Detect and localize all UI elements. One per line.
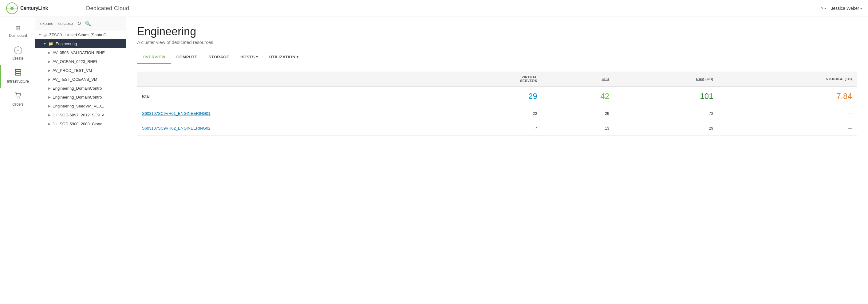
arrow-icon: ▼ — [38, 33, 41, 37]
total-storage: 7.84 — [718, 86, 857, 106]
tree-node-engdomain1[interactable]: ▶ Engineering_DomainContro — [35, 84, 126, 93]
row1-storage: — — [718, 106, 857, 121]
header-right: ? ▾ Jessica Weber ▾ — [821, 6, 862, 11]
col-header-cpu: CPU — [542, 72, 614, 87]
user-menu-button[interactable]: Jessica Weber ▾ — [831, 6, 862, 11]
col-header-virtual-servers: VIRTUALSERVERS — [438, 72, 542, 87]
tree-node-avprod[interactable]: ▶ AV_PROD_TEST_VM — [35, 66, 126, 75]
create-icon: + — [14, 46, 22, 54]
sidebar-item-label-orders: Orders — [12, 102, 24, 107]
sidebar-item-label-infrastructure: Infrastructure — [7, 79, 29, 83]
tabs-bar: OVERVIEW COMPUTE STORAGE HOSTS ▾ UTILIZA… — [126, 51, 868, 64]
tab-storage[interactable]: STORAGE — [203, 51, 235, 64]
logo-text: CenturyLink — [20, 5, 48, 11]
table-row: S603107SC9VH01_ENGINEERING01 22 29 72 — — [137, 106, 857, 121]
centurylink-logo-icon — [6, 2, 18, 14]
infrastructure-icon — [15, 69, 22, 77]
tab-hosts-label: HOSTS — [240, 55, 255, 59]
expand-button[interactable]: expand — [39, 21, 55, 26]
page-title: Engineering — [137, 26, 857, 38]
tree-node-label-engseed: Engineering_SeedVM_VL01. — [53, 104, 104, 108]
svg-point-5 — [20, 70, 21, 71]
utilization-chevron-icon: ▾ — [297, 55, 299, 59]
search-icon[interactable]: 🔍 — [84, 20, 92, 27]
tree-node-label-avocean: AV_OCEAN_0223_RHEL — [53, 59, 98, 64]
tree-node-av0503[interactable]: ▶ AV_0503_VALIDATION_RHE — [35, 48, 126, 57]
tree-node-avocean[interactable]: ▶ AV_OCEAN_0223_RHEL — [35, 57, 126, 66]
tree-node-label-avprod: AV_PROD_TEST_VM — [53, 68, 92, 73]
tree-content: ▼ ◎ ZZSC9 - United States (Santa C ▼ 📁 E… — [35, 30, 126, 304]
tree-node-label-zzsc9: ZZSC9 - United States (Santa C — [49, 33, 106, 37]
total-ram: 101 — [614, 86, 718, 106]
sidebar-item-dashboard[interactable]: ⊞ Dashboard — [0, 20, 35, 42]
row1-name[interactable]: S603107SC9VH01_ENGINEERING01 — [137, 106, 438, 121]
sidebar-nav: ⊞ Dashboard + Create Infrastructure — [0, 17, 35, 304]
row1-cpu: 29 — [542, 106, 614, 121]
sidebar-item-label-create: Create — [12, 56, 23, 61]
col-header-name — [137, 72, 438, 87]
svg-point-6 — [20, 72, 21, 73]
arrow-icon: ▼ — [43, 42, 46, 45]
page-subtitle: A cluster view of dedicated resources — [137, 40, 857, 45]
row2-name[interactable]: S603107SC9VH02_ENGINEERING02 — [137, 121, 438, 135]
tab-hosts[interactable]: HOSTS ▾ — [235, 51, 264, 64]
col-header-ram: RAM (GB) — [614, 72, 718, 87]
arrow-icon: ▶ — [48, 51, 51, 54]
tree-node-engdomain2[interactable]: ▶ Engineering_DomainContro — [35, 93, 126, 102]
table-header-row: VIRTUALSERVERS CPU RAM (GB) STORAGE (TB) — [137, 72, 857, 87]
table-row: S603107SC9VH02_ENGINEERING02 7 13 29 — — [137, 121, 857, 135]
row1-virtual-servers: 22 — [438, 106, 542, 121]
dashboard-icon: ⊞ — [16, 24, 21, 32]
tab-overview-label: OVERVIEW — [143, 55, 165, 59]
tab-overview[interactable]: OVERVIEW — [137, 51, 171, 64]
tree-node-jhsod5900[interactable]: ▶ JH_SOD-5900_2008_Clone — [35, 120, 126, 128]
help-button[interactable]: ? ▾ — [821, 6, 826, 11]
help-chevron-icon: ▾ — [824, 7, 826, 10]
tree-node-label-engineering: Engineering — [56, 41, 77, 46]
arrow-icon: ▶ — [48, 122, 51, 126]
sidebar-item-create[interactable]: + Create — [0, 42, 35, 65]
sidebar-item-label-dashboard: Dashboard — [9, 33, 27, 38]
collapse-button[interactable]: collapse — [57, 21, 74, 26]
hosts-chevron-icon: ▾ — [256, 55, 258, 59]
svg-point-9 — [19, 98, 20, 99]
tree-node-avtest[interactable]: ▶ AV_TEST_OCEANS_VM — [35, 75, 126, 84]
content-header: Engineering A cluster view of dedicated … — [126, 17, 868, 51]
svg-point-8 — [17, 98, 18, 99]
arrow-icon: ▶ — [48, 104, 51, 108]
tab-utilization-label: UTILIZATION — [269, 55, 296, 59]
svg-point-1 — [10, 7, 13, 10]
main-layout: ⊞ Dashboard + Create Infrastructure — [0, 17, 868, 304]
svg-point-7 — [20, 74, 21, 75]
arrow-icon: ▶ — [48, 87, 51, 90]
arrow-icon: ▶ — [48, 96, 51, 99]
row2-virtual-servers: 7 — [438, 121, 542, 135]
top-header: CenturyLink Dedicated Cloud ? ▾ Jessica … — [0, 0, 868, 17]
tree-node-engineering[interactable]: ▼ 📁 Engineering — [35, 39, 126, 48]
sidebar-item-orders[interactable]: Orders — [0, 88, 35, 111]
total-cpu: 42 — [542, 86, 614, 106]
logo-area: CenturyLink — [6, 2, 86, 14]
tree-node-zzsc9[interactable]: ▼ ◎ ZZSC9 - United States (Santa C — [35, 30, 126, 39]
tree-node-label-av0503: AV_0503_VALIDATION_RHE — [53, 50, 105, 55]
tree-node-label-jhsod5897: JH_SOD-5897_2012_SC9_v — [53, 113, 104, 117]
tree-node-label-avtest: AV_TEST_OCEANS_VM — [53, 77, 97, 82]
main-content: Engineering A cluster view of dedicated … — [126, 17, 868, 304]
tab-compute[interactable]: COMPUTE — [171, 51, 203, 64]
resource-table: VIRTUALSERVERS CPU RAM (GB) STORAGE (TB)… — [137, 72, 857, 136]
col-header-storage: STORAGE (TB) — [718, 72, 857, 87]
sidebar-item-infrastructure[interactable]: Infrastructure — [0, 65, 35, 88]
refresh-icon[interactable]: ↻ — [76, 20, 82, 27]
row1-ram: 72 — [614, 106, 718, 121]
tab-utilization[interactable]: UTILIZATION ▾ — [264, 51, 304, 64]
row2-cpu: 13 — [542, 121, 614, 135]
arrow-icon: ▶ — [48, 69, 51, 72]
tree-node-engseed[interactable]: ▶ Engineering_SeedVM_VL01. — [35, 102, 126, 110]
tab-storage-label: STORAGE — [208, 55, 229, 59]
folder-icon: 📁 — [48, 41, 53, 46]
orders-icon — [15, 92, 22, 100]
total-virtual-servers: 29 — [438, 86, 542, 106]
tree-node-jhsod5897[interactable]: ▶ JH_SOD-5897_2012_SC9_v — [35, 110, 126, 120]
tree-node-label-engdomain2: Engineering_DomainContro — [53, 95, 102, 100]
table-section: VIRTUALSERVERS CPU RAM (GB) STORAGE (TB)… — [126, 64, 868, 304]
